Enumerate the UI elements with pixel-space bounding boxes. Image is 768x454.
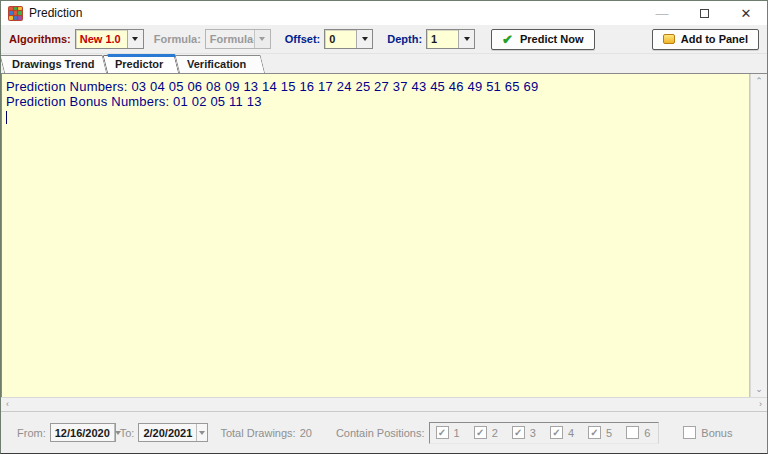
vertical-scrollbar[interactable]: ⌃ ⌄	[750, 74, 767, 397]
status-bar: From: 12/16/2020 To: 2/20/2021 Total Dra…	[1, 411, 767, 453]
tab-verification[interactable]: Verification	[179, 55, 265, 73]
checkbox-label: 5	[606, 427, 612, 439]
close-button[interactable]: ✕	[725, 1, 767, 25]
chevron-down-icon[interactable]	[458, 30, 474, 48]
checkbox-icon	[626, 426, 639, 439]
algorithms-combobox[interactable]: New 1.0	[75, 29, 144, 49]
offset-combobox[interactable]: 0	[324, 29, 373, 49]
position-checkbox-2: 2	[474, 426, 498, 439]
bonus-checkbox-label: Bonus	[701, 427, 732, 439]
panel-icon	[663, 34, 675, 44]
checkbox-label: 2	[492, 427, 498, 439]
scroll-up-icon[interactable]: ⌃	[755, 77, 763, 86]
checkbox-icon	[588, 426, 601, 439]
horizontal-scrollbar[interactable]: ‹ ›	[1, 397, 767, 411]
chevron-down-icon	[254, 30, 270, 48]
prediction-line: Prediction Numbers: 03 04 05 06 08 09 13…	[6, 79, 745, 94]
scroll-left-icon[interactable]: ‹	[6, 400, 9, 409]
prediction-label: Prediction Numbers:	[6, 79, 128, 94]
bonus-numbers: 01 02 05 11 13	[169, 94, 261, 109]
formula-combobox: Formula-1	[205, 29, 271, 49]
checkbox-label: 6	[644, 427, 650, 439]
from-date-value: 12/16/2020	[51, 424, 114, 441]
algorithms-label: Algorithms:	[9, 33, 71, 45]
formula-label: Formula:	[154, 33, 201, 45]
prediction-textarea[interactable]: Prediction Numbers: 03 04 05 06 08 09 13…	[1, 74, 750, 397]
minimize-button: —	[641, 1, 683, 25]
checkbox-icon	[436, 426, 449, 439]
to-date-combobox: 2/20/2021	[138, 423, 208, 442]
algorithms-value: New 1.0	[76, 30, 127, 48]
position-checkbox-6: 6	[626, 426, 650, 439]
checkbox-icon	[550, 426, 563, 439]
checkbox-label: 1	[454, 427, 460, 439]
tab-bar: Drawings Trend Predictor Verification	[1, 54, 767, 73]
toolbar: Algorithms: New 1.0 Formula: Formula-1 O…	[1, 25, 767, 54]
bonus-label: Prediction Bonus Numbers:	[6, 94, 169, 109]
checkbox-icon	[474, 426, 487, 439]
predict-now-button[interactable]: ✔ Predict Now	[491, 29, 594, 50]
position-checkbox-1: 1	[436, 426, 460, 439]
content-area: Prediction Numbers: 03 04 05 06 08 09 13…	[1, 73, 767, 411]
position-checkbox-5: 5	[588, 426, 612, 439]
checkbox-icon	[683, 426, 696, 439]
scroll-down-icon[interactable]: ⌄	[755, 385, 763, 394]
depth-label: Depth:	[387, 33, 422, 45]
bonus-checkbox: Bonus	[683, 426, 732, 439]
add-to-panel-button[interactable]: Add to Panel	[652, 29, 759, 50]
from-label: From:	[17, 427, 46, 439]
positions-panel: 1 2 3 4 5 6	[429, 422, 660, 444]
app-icon	[8, 6, 23, 21]
scroll-right-icon[interactable]: ›	[759, 400, 762, 409]
position-checkbox-4: 4	[550, 426, 574, 439]
prediction-numbers: 03 04 05 06 08 09 13 14 15 16 17 24 25 2…	[128, 79, 539, 94]
checkbox-label: 4	[568, 427, 574, 439]
to-label: To:	[120, 427, 135, 439]
tab-predictor[interactable]: Predictor	[107, 55, 179, 73]
depth-combobox[interactable]: 1	[426, 29, 475, 49]
total-drawings-label: Total Drawings:	[220, 427, 295, 439]
total-drawings-value: 20	[300, 427, 312, 439]
tab-label: Verification	[187, 58, 246, 70]
chevron-down-icon	[196, 424, 207, 441]
tab-label: Predictor	[115, 58, 163, 70]
tab-drawings-trend[interactable]: Drawings Trend	[4, 55, 107, 73]
title-bar: Prediction — ✕	[1, 1, 767, 25]
window-title: Prediction	[29, 6, 82, 20]
offset-value: 0	[325, 30, 356, 48]
chevron-down-icon[interactable]	[356, 30, 372, 48]
bonus-line: Prediction Bonus Numbers: 01 02 05 11 13	[6, 94, 745, 109]
prediction-window: Prediction — ✕ Algorithms: New 1.0 Formu…	[0, 0, 768, 454]
formula-value: Formula-1	[206, 30, 254, 48]
position-checkbox-3: 3	[512, 426, 536, 439]
checkbox-icon	[512, 426, 525, 439]
text-caret	[6, 111, 7, 124]
checkbox-label: 3	[530, 427, 536, 439]
tab-label: Drawings Trend	[12, 58, 95, 70]
chevron-down-icon[interactable]	[127, 30, 143, 48]
to-date-value: 2/20/2021	[139, 424, 196, 441]
check-icon: ✔	[502, 32, 513, 47]
contain-positions-label: Contain Positions:	[336, 427, 425, 439]
depth-value: 1	[427, 30, 458, 48]
offset-label: Offset:	[285, 33, 320, 45]
add-to-panel-label: Add to Panel	[681, 33, 748, 45]
maximize-button[interactable]	[683, 1, 725, 25]
predict-now-label: Predict Now	[520, 33, 584, 45]
from-date-combobox: 12/16/2020	[50, 423, 116, 442]
